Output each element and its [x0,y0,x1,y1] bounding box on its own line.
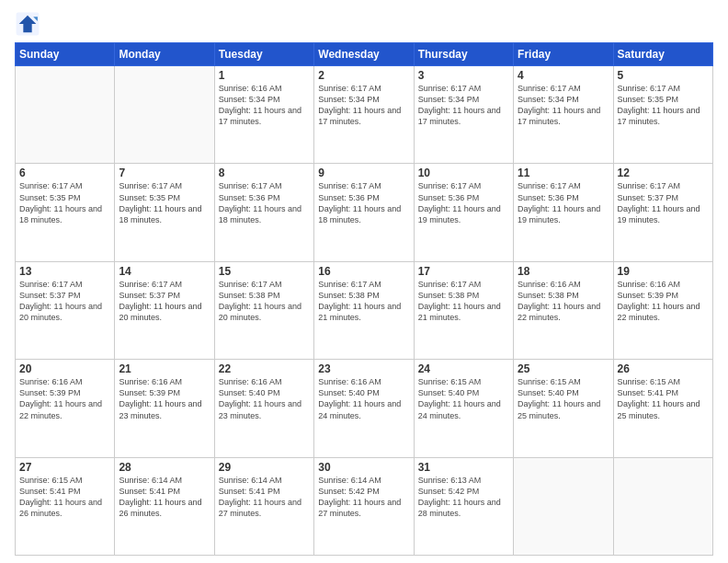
calendar-header: SundayMondayTuesdayWednesdayThursdayFrid… [16,43,713,66]
calendar-week-row: 1Sunrise: 6:16 AM Sunset: 5:34 PM Daylig… [16,66,713,164]
day-info: Sunrise: 6:17 AM Sunset: 5:35 PM Dayligh… [19,180,110,225]
day-number: 15 [219,265,310,278]
day-number: 24 [418,362,509,375]
calendar-cell: 6Sunrise: 6:17 AM Sunset: 5:35 PM Daylig… [16,164,115,261]
day-of-week-header: Thursday [414,43,513,66]
calendar-cell [613,457,712,555]
calendar-cell: 27Sunrise: 6:15 AM Sunset: 5:41 PM Dayli… [16,457,115,555]
calendar-cell: 24Sunrise: 6:15 AM Sunset: 5:40 PM Dayli… [414,360,513,457]
logo [15,11,44,37]
day-number: 12 [618,167,709,179]
day-info: Sunrise: 6:16 AM Sunset: 5:39 PM Dayligh… [119,376,210,421]
day-info: Sunrise: 6:17 AM Sunset: 5:34 PM Dayligh… [418,83,509,128]
day-number: 20 [19,362,110,375]
calendar-week-row: 27Sunrise: 6:15 AM Sunset: 5:41 PM Dayli… [16,457,713,555]
day-number: 22 [219,362,310,375]
calendar-cell: 18Sunrise: 6:16 AM Sunset: 5:38 PM Dayli… [514,261,613,359]
calendar-body: 1Sunrise: 6:16 AM Sunset: 5:34 PM Daylig… [16,66,713,556]
day-info: Sunrise: 6:16 AM Sunset: 5:40 PM Dayligh… [219,376,310,421]
day-number: 27 [19,461,110,474]
calendar-cell [16,66,115,164]
day-info: Sunrise: 6:17 AM Sunset: 5:36 PM Dayligh… [219,180,310,225]
calendar-cell: 10Sunrise: 6:17 AM Sunset: 5:36 PM Dayli… [414,164,513,261]
day-of-week-header: Saturday [613,43,712,66]
calendar-table: SundayMondayTuesdayWednesdayThursdayFrid… [15,42,713,556]
day-number: 13 [19,265,110,278]
day-number: 7 [119,167,210,179]
calendar-cell: 28Sunrise: 6:14 AM Sunset: 5:41 PM Dayli… [115,457,214,555]
calendar-cell: 14Sunrise: 6:17 AM Sunset: 5:37 PM Dayli… [115,261,214,359]
day-number: 19 [618,265,709,278]
day-info: Sunrise: 6:14 AM Sunset: 5:42 PM Dayligh… [318,475,409,520]
day-info: Sunrise: 6:16 AM Sunset: 5:39 PM Dayligh… [618,279,709,324]
day-info: Sunrise: 6:15 AM Sunset: 5:40 PM Dayligh… [418,376,509,421]
calendar-cell: 17Sunrise: 6:17 AM Sunset: 5:38 PM Dayli… [414,261,513,359]
day-number: 31 [418,461,509,474]
day-of-week-header: Monday [115,43,214,66]
calendar-cell: 30Sunrise: 6:14 AM Sunset: 5:42 PM Dayli… [314,457,414,555]
day-info: Sunrise: 6:15 AM Sunset: 5:41 PM Dayligh… [19,475,110,520]
calendar-cell: 29Sunrise: 6:14 AM Sunset: 5:41 PM Dayli… [214,457,313,555]
calendar-cell: 3Sunrise: 6:17 AM Sunset: 5:34 PM Daylig… [414,66,513,164]
day-info: Sunrise: 6:17 AM Sunset: 5:34 PM Dayligh… [518,83,609,128]
day-number: 17 [418,265,509,278]
day-number: 8 [219,167,310,179]
day-of-week-header: Tuesday [214,43,313,66]
day-info: Sunrise: 6:15 AM Sunset: 5:41 PM Dayligh… [618,376,709,421]
calendar-cell: 21Sunrise: 6:16 AM Sunset: 5:39 PM Dayli… [115,360,214,457]
day-number: 1 [219,69,310,82]
page: SundayMondayTuesdayWednesdayThursdayFrid… [0,0,728,563]
day-number: 28 [119,461,210,474]
day-info: Sunrise: 6:17 AM Sunset: 5:36 PM Dayligh… [518,180,609,225]
day-number: 25 [518,362,609,375]
day-info: Sunrise: 6:17 AM Sunset: 5:38 PM Dayligh… [418,279,509,324]
day-info: Sunrise: 6:17 AM Sunset: 5:35 PM Dayligh… [618,83,709,128]
day-info: Sunrise: 6:17 AM Sunset: 5:34 PM Dayligh… [318,83,409,128]
day-number: 10 [418,167,509,179]
calendar-cell: 1Sunrise: 6:16 AM Sunset: 5:34 PM Daylig… [214,66,313,164]
calendar-cell: 19Sunrise: 6:16 AM Sunset: 5:39 PM Dayli… [613,261,712,359]
day-info: Sunrise: 6:14 AM Sunset: 5:41 PM Dayligh… [219,475,310,520]
calendar-cell: 9Sunrise: 6:17 AM Sunset: 5:36 PM Daylig… [314,164,414,261]
calendar-cell: 25Sunrise: 6:15 AM Sunset: 5:40 PM Dayli… [514,360,613,457]
calendar-cell: 16Sunrise: 6:17 AM Sunset: 5:38 PM Dayli… [314,261,414,359]
day-number: 5 [618,69,709,82]
day-number: 3 [418,69,509,82]
calendar-week-row: 13Sunrise: 6:17 AM Sunset: 5:37 PM Dayli… [16,261,713,359]
calendar-cell: 5Sunrise: 6:17 AM Sunset: 5:35 PM Daylig… [613,66,712,164]
calendar-week-row: 6Sunrise: 6:17 AM Sunset: 5:35 PM Daylig… [16,164,713,261]
day-number: 9 [318,167,409,179]
day-number: 29 [219,461,310,474]
day-of-week-header: Wednesday [314,43,414,66]
day-info: Sunrise: 6:16 AM Sunset: 5:39 PM Dayligh… [19,376,110,421]
day-number: 4 [518,69,609,82]
day-info: Sunrise: 6:16 AM Sunset: 5:34 PM Dayligh… [219,83,310,128]
day-info: Sunrise: 6:14 AM Sunset: 5:41 PM Dayligh… [119,475,210,520]
calendar-cell [514,457,613,555]
header-row: SundayMondayTuesdayWednesdayThursdayFrid… [16,43,713,66]
day-info: Sunrise: 6:15 AM Sunset: 5:40 PM Dayligh… [518,376,609,421]
calendar-cell: 12Sunrise: 6:17 AM Sunset: 5:37 PM Dayli… [613,164,712,261]
day-number: 21 [119,362,210,375]
day-of-week-header: Sunday [16,43,115,66]
calendar-cell: 15Sunrise: 6:17 AM Sunset: 5:38 PM Dayli… [214,261,313,359]
day-info: Sunrise: 6:17 AM Sunset: 5:38 PM Dayligh… [219,279,310,324]
calendar-cell: 26Sunrise: 6:15 AM Sunset: 5:41 PM Dayli… [613,360,712,457]
calendar-cell [115,66,214,164]
day-number: 14 [119,265,210,278]
day-info: Sunrise: 6:17 AM Sunset: 5:37 PM Dayligh… [119,279,210,324]
day-info: Sunrise: 6:17 AM Sunset: 5:37 PM Dayligh… [618,180,709,225]
day-info: Sunrise: 6:16 AM Sunset: 5:40 PM Dayligh… [318,376,409,421]
day-info: Sunrise: 6:17 AM Sunset: 5:36 PM Dayligh… [318,180,409,225]
day-info: Sunrise: 6:17 AM Sunset: 5:35 PM Dayligh… [119,180,210,225]
calendar-cell: 8Sunrise: 6:17 AM Sunset: 5:36 PM Daylig… [214,164,313,261]
header [15,11,713,37]
day-of-week-header: Friday [514,43,613,66]
calendar-cell: 31Sunrise: 6:13 AM Sunset: 5:42 PM Dayli… [414,457,513,555]
day-number: 23 [318,362,409,375]
day-number: 26 [618,362,709,375]
day-info: Sunrise: 6:17 AM Sunset: 5:36 PM Dayligh… [418,180,509,225]
day-info: Sunrise: 6:16 AM Sunset: 5:38 PM Dayligh… [518,279,609,324]
day-number: 30 [318,461,409,474]
day-number: 6 [19,167,110,179]
